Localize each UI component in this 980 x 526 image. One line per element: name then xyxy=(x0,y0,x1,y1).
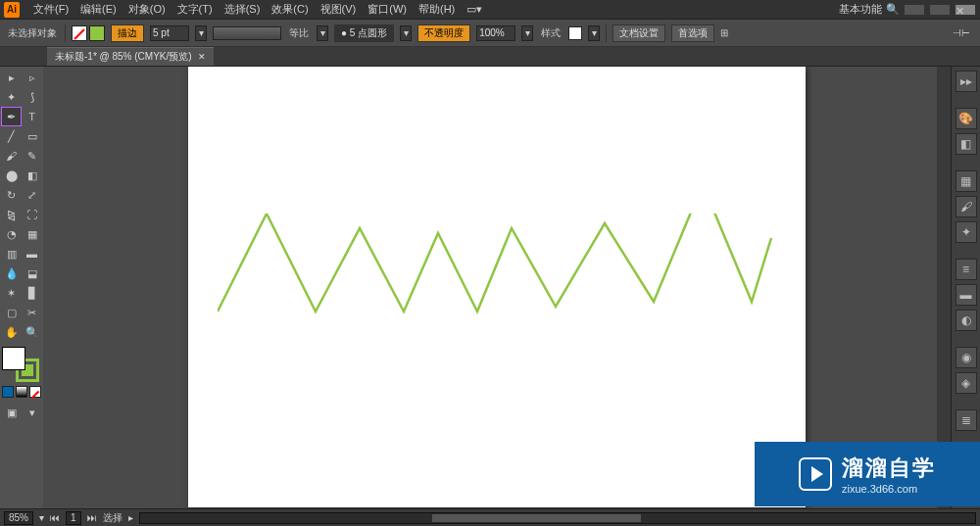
expand-panels-icon[interactable]: ▸▸ xyxy=(956,71,977,92)
scrollbar-thumb[interactable] xyxy=(432,514,641,522)
expand-options-icon[interactable]: ⊣⊢ xyxy=(949,27,974,38)
artboard[interactable]: ⋯ xyxy=(188,67,806,507)
opacity-button[interactable]: 不透明度 xyxy=(417,24,470,42)
type-tool-icon[interactable]: T xyxy=(23,108,41,125)
hand-tool-icon[interactable]: ✋ xyxy=(2,323,21,341)
artboard-prev-icon[interactable]: ⏮ xyxy=(50,512,60,523)
close-button[interactable]: ✕ xyxy=(955,4,976,16)
artboard-tool-icon[interactable]: ▢ xyxy=(2,304,21,321)
free-transform-tool-icon[interactable]: ⛶ xyxy=(23,206,41,223)
blob-brush-tool-icon[interactable]: ⬤ xyxy=(2,167,21,184)
swatches-panel-icon[interactable]: ▦ xyxy=(956,170,977,192)
menu-object[interactable]: 对象(O) xyxy=(122,2,172,17)
document-tab-title: 未标题-1* @ 85% (CMYK/预览) xyxy=(55,50,192,64)
magic-wand-tool-icon[interactable]: ✦ xyxy=(2,88,21,106)
tool-status-label: 选择 xyxy=(103,511,122,525)
line-tool-icon[interactable]: ╱ xyxy=(2,127,21,145)
align-icon[interactable]: ⊞ xyxy=(720,27,728,38)
menu-help[interactable]: 帮助(H) xyxy=(413,2,461,17)
color-mode-icon[interactable] xyxy=(2,386,14,398)
perspective-tool-icon[interactable]: ▦ xyxy=(23,225,41,243)
prefs-button[interactable]: 首选项 xyxy=(671,24,714,42)
shape-builder-tool-icon[interactable]: ◔ xyxy=(2,225,21,243)
zigzag-path-artwork[interactable] xyxy=(218,214,786,370)
appearance-panel-icon[interactable]: ◉ xyxy=(956,347,977,368)
scale-tool-icon[interactable]: ⤢ xyxy=(23,186,41,204)
search-icon[interactable]: 🔍 xyxy=(886,3,900,16)
eyedropper-tool-icon[interactable]: 💧 xyxy=(2,264,21,282)
screen-mode-icon[interactable]: ▣ xyxy=(2,404,21,421)
menu-type[interactable]: 文字(T) xyxy=(172,2,219,17)
gradient-panel-icon[interactable]: ▬ xyxy=(956,284,977,306)
mesh-tool-icon[interactable]: ▥ xyxy=(2,245,21,263)
style-dropdown-icon[interactable]: ▾ xyxy=(588,25,600,41)
menu-effect[interactable]: 效果(C) xyxy=(266,2,314,17)
menu-window[interactable]: 窗口(W) xyxy=(362,2,413,17)
lasso-tool-icon[interactable]: ⟆ xyxy=(23,88,41,106)
pen-tool-icon[interactable]: ✒ xyxy=(2,108,21,125)
graphic-styles-panel-icon[interactable]: ◈ xyxy=(956,372,977,394)
document-tab[interactable]: 未标题-1* @ 85% (CMYK/预览) ✕ xyxy=(47,47,214,66)
layers-panel-icon[interactable]: ≣ xyxy=(956,409,977,431)
stroke-weight-input[interactable] xyxy=(150,25,189,41)
layout-button[interactable]: ▭▾ xyxy=(461,3,488,16)
zoom-tool-icon[interactable]: 🔍 xyxy=(23,323,41,341)
slice-tool-icon[interactable]: ✂ xyxy=(23,304,41,321)
horizontal-scrollbar[interactable] xyxy=(139,512,976,524)
opacity-dropdown-icon[interactable]: ▾ xyxy=(521,25,533,41)
workspace-label[interactable]: 基本功能 xyxy=(839,2,882,17)
maximize-button[interactable] xyxy=(929,4,951,16)
artboard-next-icon[interactable]: ⏭ xyxy=(87,512,97,523)
stroke-panel-icon[interactable]: ≡ xyxy=(956,259,977,280)
transparency-panel-icon[interactable]: ◐ xyxy=(956,310,977,331)
color-panel-icon[interactable]: 🎨 xyxy=(956,108,977,129)
symbols-panel-icon[interactable]: ✦ xyxy=(956,221,977,243)
pencil-tool-icon[interactable]: ✎ xyxy=(23,147,41,165)
minimize-button[interactable] xyxy=(904,4,925,16)
selection-tool-icon[interactable]: ▸ xyxy=(2,69,21,86)
doc-setup-button[interactable]: 文档设置 xyxy=(612,24,665,42)
fill-swatch-icon[interactable] xyxy=(72,25,87,41)
opacity-input[interactable] xyxy=(476,25,515,41)
eraser-tool-icon[interactable]: ◧ xyxy=(23,167,41,184)
blend-tool-icon[interactable]: ⬓ xyxy=(23,264,41,282)
no-selection-label: 未选择对象 xyxy=(6,26,59,40)
status-dropdown-icon[interactable]: ▸ xyxy=(128,512,133,523)
artboard-nav-field[interactable]: 1 xyxy=(66,511,81,525)
rotate-tool-icon[interactable]: ↻ xyxy=(2,186,21,204)
brushes-panel-icon[interactable]: 🖌 xyxy=(956,196,977,217)
rectangle-tool-icon[interactable]: ▭ xyxy=(23,127,41,145)
change-screen-icon[interactable]: ▾ xyxy=(23,404,41,421)
fill-stroke-swatches[interactable] xyxy=(72,25,105,41)
fill-color-icon[interactable] xyxy=(2,347,25,370)
close-tab-icon[interactable]: ✕ xyxy=(198,52,206,62)
style-swatch-icon[interactable] xyxy=(568,26,582,40)
menu-select[interactable]: 选择(S) xyxy=(219,2,267,17)
graph-tool-icon[interactable]: ▊ xyxy=(23,284,41,302)
brush-dropdown-icon[interactable]: ▾ xyxy=(400,25,412,41)
zoom-dropdown-icon[interactable]: ▾ xyxy=(39,512,44,523)
menu-file[interactable]: 文件(F) xyxy=(27,2,74,17)
gradient-mode-icon[interactable] xyxy=(16,386,27,398)
play-logo-icon xyxy=(799,457,832,491)
stroke-profile-button[interactable] xyxy=(213,26,281,40)
brush-def-button[interactable]: ● 5 点圆形 xyxy=(334,24,394,42)
direct-selection-tool-icon[interactable]: ▹ xyxy=(23,69,41,86)
paintbrush-tool-icon[interactable]: 🖌 xyxy=(2,147,21,165)
symbol-sprayer-tool-icon[interactable]: ✶ xyxy=(2,284,21,302)
menu-view[interactable]: 视图(V) xyxy=(315,2,363,17)
stroke-swatch-icon[interactable] xyxy=(89,25,105,41)
fill-stroke-control[interactable] xyxy=(2,347,41,382)
gradient-tool-icon[interactable]: ▬ xyxy=(23,245,41,263)
uniform-label: 等比 xyxy=(287,26,311,40)
options-bar: 未选择对象 描边 ▾ 等比 ▾ ● 5 点圆形 ▾ 不透明度 ▾ 样式 ▾ 文档… xyxy=(0,20,980,47)
stroke-button[interactable]: 描边 xyxy=(111,24,144,42)
menu-edit[interactable]: 编辑(E) xyxy=(74,2,122,17)
zoom-field[interactable]: 85% xyxy=(4,511,33,525)
toolbox: ▸▹ ✦⟆ ✒T ╱▭ 🖌✎ ⬤◧ ↻⤢ ⧎⛶ ◔▦ ▥▬ 💧⬓ ✶▊ ▢✂ ✋… xyxy=(0,67,43,508)
profile-dropdown-icon[interactable]: ▾ xyxy=(317,25,328,41)
none-mode-icon[interactable] xyxy=(29,386,41,398)
stroke-weight-dropdown-icon[interactable]: ▾ xyxy=(195,25,207,41)
color-guide-panel-icon[interactable]: ◧ xyxy=(956,133,977,155)
width-tool-icon[interactable]: ⧎ xyxy=(2,206,21,223)
